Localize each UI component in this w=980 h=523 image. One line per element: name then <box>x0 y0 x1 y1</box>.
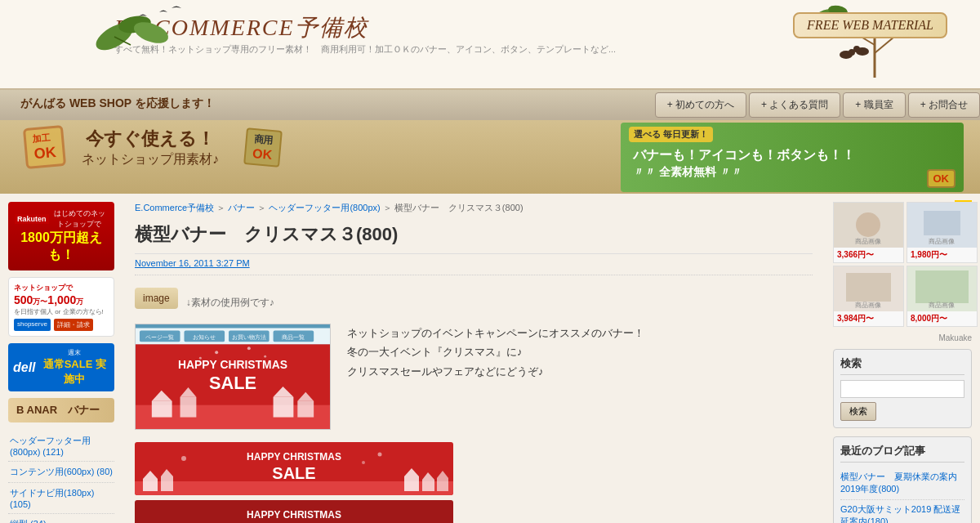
svg-point-37 <box>247 346 251 350</box>
site-logo: E．COMMERCE予備校 <box>114 12 616 43</box>
svg-text:SALE: SALE <box>209 373 256 393</box>
menu-item-tate: 縦型 (34) <box>8 514 114 523</box>
ad-price-4: 8,000円〜 <box>907 311 977 326</box>
nav-btn-faq[interactable]: + よくある質問 <box>749 92 840 118</box>
svg-rect-50 <box>437 478 448 491</box>
free-web-material-badge: FREE WEB MATERIAL <box>809 8 964 34</box>
svg-text:SALE: SALE <box>272 464 315 482</box>
site-tagline: すべて無料！ネットショップ専用のフリー素材！ 商用利用可！加工ＯＫのバナー、アイ… <box>114 43 616 56</box>
menu-link-content[interactable]: コンテンツ用(600px) (80) <box>8 462 114 482</box>
svg-text:HAPPY CHRISTMAS: HAPPY CHRISTMAS <box>247 509 341 521</box>
breadcrumb-home[interactable]: E.Commerce予備校 <box>135 203 214 212</box>
promo-banner: 加工 OK 今すぐ使える！ ネットショップ用素材♪ 商用 OK 選べる 毎日更新… <box>0 120 980 194</box>
menu-link-sidenav[interactable]: サイドナビ用(180px) (105) <box>8 483 114 513</box>
recent-link-1[interactable]: 横型バナー 夏期休業の案内 2019年度(800) <box>840 471 964 496</box>
ad-item-4[interactable]: 商品画像 8,000円〜 <box>906 266 978 327</box>
svg-rect-26 <box>152 401 172 418</box>
recent-link-2[interactable]: G20大阪サミット2019 配送遅延案内(180) <box>840 503 964 523</box>
article-date: November 16, 2011 3:27 PM <box>135 258 813 275</box>
svg-text:商品画像: 商品画像 <box>855 238 881 245</box>
svg-rect-79 <box>915 270 969 303</box>
sidebar-menu: ヘッダーフッター用(800px) (121) コンテンツ用(600px) (80… <box>8 431 114 523</box>
svg-rect-28 <box>180 397 197 418</box>
ad-item-1[interactable]: 商品画像 3,366円〜 <box>833 202 904 263</box>
ad-item-2[interactable]: 商品画像 1,980円〜 <box>906 202 978 263</box>
svg-point-54 <box>362 461 365 464</box>
ad-price-1: 3,366円〜 <box>834 248 903 262</box>
svg-text:商品画像: 商品画像 <box>929 238 955 245</box>
article-body: ページ一覧 お知らせ お買い物方法 商品一覧 <box>135 324 813 430</box>
breadcrumb-current: 横型バナー クリスマス３(800) <box>394 203 523 212</box>
ad-price-3: 3,984円〜 <box>834 311 903 326</box>
ad-image-1: 商品画像 <box>834 203 903 248</box>
makuake-label: Makuake <box>833 333 972 342</box>
breadcrumb-header-footer[interactable]: ヘッダーフッター用(800px) <box>269 203 380 212</box>
dell-ad[interactable]: dell 週末 通常SALE 実施中 <box>8 343 114 391</box>
svg-point-70 <box>856 212 880 237</box>
banner-christmas-sale: HAPPY CHRISTMAS SALE <box>135 442 453 495</box>
sidebar-right: AD 商品画像 3,366円〜 <box>825 194 980 523</box>
breadcrumb: E.Commerce予備校 ＞ バナー ＞ ヘッダーフッター用(800px) ＞… <box>135 202 813 214</box>
svg-text:商品画像: 商品画像 <box>929 302 955 309</box>
svg-text:商品画像: 商品画像 <box>855 302 881 309</box>
svg-text:HAPPY CHRISTMAS: HAPPY CHRISTMAS <box>178 358 287 371</box>
banar-title: B ANAR バナー <box>16 403 106 418</box>
recent-posts-title: 最近のブログ記事 <box>840 444 964 463</box>
ad-image-2: 商品画像 <box>907 203 977 248</box>
svg-rect-46 <box>404 476 419 491</box>
breadcrumb-banar[interactable]: バナー <box>228 203 255 212</box>
svg-text:お買い物方法: お買い物方法 <box>232 334 266 341</box>
svg-rect-30 <box>274 397 294 418</box>
recent-item-1: 横型バナー 夏期休業の案内 2019年度(800) <box>840 467 964 500</box>
recent-item-2: G20大阪サミット2019 配送遅延案内(180) <box>840 500 964 523</box>
sidebar-left: Rakuten はじめてのネットショップで 1800万円超えも！ ネットショップ… <box>0 194 122 523</box>
nav-bar: がんばる WEB SHOP を応援します！ + 初めての方へ + よくある質問 … <box>0 90 980 120</box>
search-input[interactable] <box>840 380 964 398</box>
full-banners: HAPPY CHRISTMAS SALE <box>135 442 813 523</box>
nav-btn-staff[interactable]: + 職員室 <box>843 92 905 118</box>
svg-rect-15 <box>136 324 330 329</box>
ad-section: AD 商品画像 3,366円〜 <box>833 202 972 342</box>
main-layout: Rakuten はじめてのネットショップで 1800万円超えも！ ネットショップ… <box>0 194 980 523</box>
search-button[interactable]: 検索 <box>840 402 876 421</box>
svg-rect-73 <box>924 211 960 235</box>
free-badge: FREE WEB MATERIAL <box>793 12 947 38</box>
ad-image-4: 商品画像 <box>907 266 977 311</box>
svg-rect-48 <box>422 480 434 491</box>
svg-rect-42 <box>143 479 158 491</box>
search-box: 検索 検索 <box>833 349 972 428</box>
ad-item-3[interactable]: 商品画像 3,984円〜 <box>833 266 904 327</box>
svg-rect-32 <box>297 401 314 418</box>
article: 横型バナー クリスマス３(800) November 16, 2011 3:27… <box>135 222 813 523</box>
content-area: E.Commerce予備校 ＞ バナー ＞ ヘッダーフッター用(800px) ＞… <box>122 194 825 523</box>
svg-text:商品一覧: 商品一覧 <box>282 334 305 340</box>
image-note: ↓素材の使用例です♪ <box>186 296 274 310</box>
menu-link-tate[interactable]: 縦型 (34) <box>8 514 114 523</box>
ad-price-2: 1,980円〜 <box>907 248 977 262</box>
article-description: ネットショップのイベントキャンペーンにオススメのバナー！ 冬の一大イベント『クリ… <box>347 324 813 430</box>
svg-text:HAPPY CHRISTMAS: HAPPY CHRISTMAS <box>247 451 341 463</box>
article-title: 横型バナー クリスマス３(800) <box>135 222 813 254</box>
article-date-link[interactable]: November 16, 2011 3:27 PM <box>135 258 250 268</box>
svg-point-53 <box>378 453 382 457</box>
menu-item-content: コンテンツ用(600px) (80) <box>8 462 114 483</box>
ad-grid: 商品画像 3,366円〜 商品画像 1,980円〜 <box>833 202 972 327</box>
svg-rect-44 <box>161 476 173 491</box>
nav-message: がんばる WEB SHOP を応援します！ <box>16 92 651 118</box>
netshop-ad[interactable]: ネットショップで 500万〜1,000万 を日指す個人 or 企業の方なら! s… <box>8 277 114 337</box>
recent-list: 横型バナー 夏期休業の案内 2019年度(800) G20大阪サミット2019 … <box>840 467 964 523</box>
banar-section: B ANAR バナー <box>8 398 114 422</box>
rakuten-ad[interactable]: Rakuten はじめてのネットショップで 1800万円超えも！ <box>8 202 114 270</box>
menu-link-header[interactable]: ヘッダーフッター用(800px) (121) <box>8 431 114 461</box>
svg-point-38 <box>264 355 266 358</box>
nav-btn-contact[interactable]: + お問合せ <box>908 92 980 118</box>
recent-posts: 最近のブログ記事 横型バナー 夏期休業の案内 2019年度(800) G20大阪… <box>833 436 972 523</box>
nav-btn-first[interactable]: + 初めての方へ <box>655 92 746 118</box>
search-title: 検索 <box>840 356 964 375</box>
svg-text:ページ一覧: ページ一覧 <box>145 334 174 340</box>
image-label: image <box>135 288 178 309</box>
svg-rect-76 <box>846 273 891 302</box>
banner-christmas-fair: HAPPY CHRISTMAS FAIR <box>135 500 453 523</box>
preview-image: ページ一覧 お知らせ お買い物方法 商品一覧 <box>135 324 331 430</box>
svg-point-39 <box>199 357 202 360</box>
